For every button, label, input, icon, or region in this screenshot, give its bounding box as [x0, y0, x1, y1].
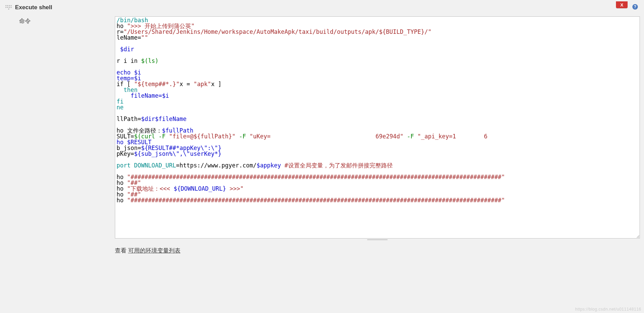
footer-prefix: 查看 — [115, 247, 128, 254]
watermark-text: https://blog.csdn.net/u011148116 — [575, 307, 641, 312]
drag-handle-icon[interactable] — [5, 4, 12, 10]
step-header: Execute shell X ? — [15, 3, 640, 12]
command-textarea[interactable]: /bin/bash ho ">>> 开始上传到蒲公英" r="/Users/Sh… — [115, 16, 640, 239]
env-vars-link[interactable]: 可用的环境变量列表 — [128, 247, 180, 254]
resize-grip-icon[interactable] — [115, 239, 640, 242]
execute-shell-step: Execute shell X ? 命令 /bin/bash ho ">>> 开… — [4, 3, 640, 255]
command-area-wrap: /bin/bash ho ">>> 开始上传到蒲公英" r="/Users/Sh… — [115, 16, 640, 255]
help-icon[interactable]: ? — [632, 4, 638, 10]
delete-step-button[interactable]: X — [616, 1, 628, 8]
command-label: 命令 — [15, 16, 115, 25]
env-vars-footer: 查看 可用的环境变量列表 — [115, 247, 640, 255]
step-title: Execute shell — [15, 4, 52, 11]
command-field-row: 命令 /bin/bash ho ">>> 开始上传到蒲公英" r="/Users… — [15, 16, 640, 255]
